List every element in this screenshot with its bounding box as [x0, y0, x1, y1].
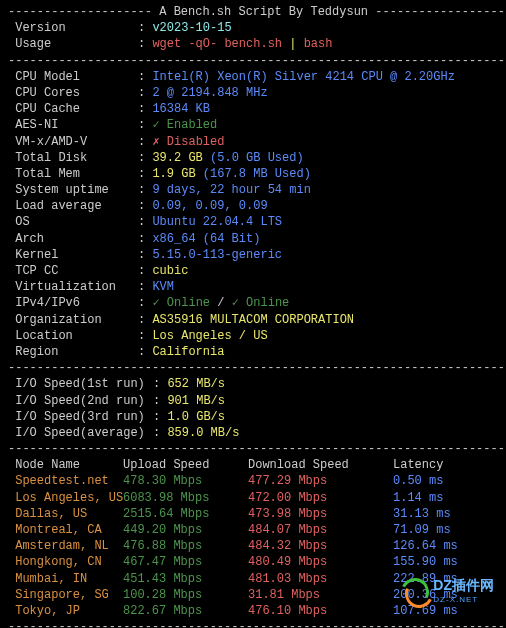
speedtest-row: Hongkong, CN467.47 Mbps480.49 Mbps155.90…: [8, 554, 498, 570]
script-title-row: -------------------- A Bench.sh Script B…: [8, 4, 498, 20]
download-speed: 481.03 Mbps: [248, 571, 393, 587]
download-speed: 484.07 Mbps: [248, 522, 393, 538]
download-speed: 472.00 Mbps: [248, 490, 393, 506]
tcp: cubic: [152, 264, 188, 278]
org-label: Organization: [8, 312, 138, 328]
download-speed: 31.81 Mbps: [248, 587, 393, 603]
node-name: Amsterdam, NL: [8, 538, 123, 554]
node-name: Hongkong, CN: [8, 554, 123, 570]
disk-total: 39.2 GB: [152, 151, 202, 165]
uptime-label: System uptime: [8, 182, 138, 198]
os-label: OS: [8, 214, 138, 230]
upload-speed: 478.30 Mbps: [123, 473, 248, 489]
os: Ubuntu 22.04.4 LTS: [152, 215, 282, 229]
upload-speed: 467.47 Mbps: [123, 554, 248, 570]
version-label: Version: [8, 20, 138, 36]
arch-label: Arch: [8, 231, 138, 247]
upload-speed: 451.43 Mbps: [123, 571, 248, 587]
upload-speed: 449.20 Mbps: [123, 522, 248, 538]
cpu-model-label: CPU Model: [8, 69, 138, 85]
download-speed: 476.10 Mbps: [248, 603, 393, 619]
separator: ----------------------------------------…: [8, 360, 498, 376]
mem-label: Total Mem: [8, 166, 138, 182]
io-r1: 652 MB/s: [167, 377, 225, 391]
vmx-label: VM-x/AMD-V: [8, 134, 138, 150]
aes-label: AES-NI: [8, 117, 138, 133]
disk-used: (5.0 GB Used): [210, 151, 304, 165]
watermark-logo: DZ插件网 DZ-X.NET: [401, 576, 494, 606]
cpu-model: Intel(R) Xeon(R) Silver 4214 CPU @ 2.20G…: [152, 70, 454, 84]
ipv6-status: ✓ Online: [232, 296, 290, 310]
usage-cmd-2: bash: [304, 37, 333, 51]
separator: ----------------------------------------…: [8, 441, 498, 457]
cpu-cores: 2 @ 2194.848 MHz: [152, 86, 267, 100]
aes-value: ✓ Enabled: [152, 118, 217, 132]
node-name: Los Angeles, US: [8, 490, 123, 506]
separator: ----------------------------------------…: [8, 53, 498, 69]
mem-used: (167.8 MB Used): [203, 167, 311, 181]
logo-text-1: DZ插件网: [433, 576, 494, 595]
io-r3-label: I/O Speed(3rd run): [8, 409, 153, 425]
download-speed: 477.29 Mbps: [248, 473, 393, 489]
cpu-cache: 16384 KB: [152, 102, 210, 116]
node-name: Montreal, CA: [8, 522, 123, 538]
speedtest-row: Dallas, US2515.64 Mbps473.98 Mbps31.13 m…: [8, 506, 498, 522]
node-name: Dallas, US: [8, 506, 123, 522]
upload-speed: 2515.64 Mbps: [123, 506, 248, 522]
speedtest-row: Los Angeles, US6083.98 Mbps472.00 Mbps1.…: [8, 490, 498, 506]
node-name: Speedtest.net: [8, 473, 123, 489]
logo-text-2: DZ-X.NET: [433, 595, 494, 606]
node-name: Mumbai, IN: [8, 571, 123, 587]
loc-label: Location: [8, 328, 138, 344]
download-speed: 473.98 Mbps: [248, 506, 393, 522]
upload-speed: 476.88 Mbps: [123, 538, 248, 554]
virt-label: Virtualization: [8, 279, 138, 295]
region: California: [152, 345, 224, 359]
script-title: A Bench.sh Script By Teddysun: [159, 5, 368, 19]
load: 0.09, 0.09, 0.09: [152, 199, 267, 213]
latency: 155.90 ms: [393, 555, 458, 569]
io-r2: 901 MB/s: [167, 394, 225, 408]
latency: 0.50 ms: [393, 474, 443, 488]
load-label: Load average: [8, 198, 138, 214]
separator: ----------------------------------------…: [8, 619, 498, 628]
download-speed: 480.49 Mbps: [248, 554, 393, 570]
latency: 71.09 ms: [393, 523, 451, 537]
region-label: Region: [8, 344, 138, 360]
terminal: { "header": { "dashes_left": "----------…: [0, 0, 506, 628]
logo-icon: [401, 578, 427, 604]
virt: KVM: [152, 280, 174, 294]
node-name: Singapore, SG: [8, 587, 123, 603]
speedtest-header: Node NameUpload SpeedDownload SpeedLaten…: [8, 457, 498, 473]
latency: 126.64 ms: [393, 539, 458, 553]
usage-label: Usage: [8, 36, 138, 52]
usage-cmd-1: wget -qO- bench.sh: [152, 37, 282, 51]
version-value: v2023-10-15: [152, 21, 231, 35]
tcp-label: TCP CC: [8, 263, 138, 279]
speedtest-row: Speedtest.net478.30 Mbps477.29 Mbps0.50 …: [8, 473, 498, 489]
disk-label: Total Disk: [8, 150, 138, 166]
io-r3: 1.0 GB/s: [167, 410, 225, 424]
latency: 1.14 ms: [393, 491, 443, 505]
kernel-label: Kernel: [8, 247, 138, 263]
kernel: 5.15.0-113-generic: [152, 248, 282, 262]
speedtest-row: Amsterdam, NL476.88 Mbps484.32 Mbps126.6…: [8, 538, 498, 554]
download-speed: 484.32 Mbps: [248, 538, 393, 554]
mem-total: 1.9 GB: [152, 167, 195, 181]
location: Los Angeles / US: [152, 329, 267, 343]
io-r2-label: I/O Speed(2nd run): [8, 393, 153, 409]
cpu-cache-label: CPU Cache: [8, 101, 138, 117]
org: AS35916 MULTACOM CORPORATION: [152, 313, 354, 327]
node-name: Tokyo, JP: [8, 603, 123, 619]
vmx-value: ✗ Disabled: [152, 135, 224, 149]
latency: 31.13 ms: [393, 507, 451, 521]
arch: x86_64 (64 Bit): [152, 232, 260, 246]
speedtest-row: Montreal, CA449.20 Mbps484.07 Mbps71.09 …: [8, 522, 498, 538]
uptime: 9 days, 22 hour 54 min: [152, 183, 310, 197]
ip-label: IPv4/IPv6: [8, 295, 138, 311]
ipv4-status: ✓ Online: [152, 296, 210, 310]
upload-speed: 100.28 Mbps: [123, 587, 248, 603]
io-r1-label: I/O Speed(1st run): [8, 376, 153, 392]
io-avg-label: I/O Speed(average): [8, 425, 153, 441]
io-avg: 859.0 MB/s: [167, 426, 239, 440]
